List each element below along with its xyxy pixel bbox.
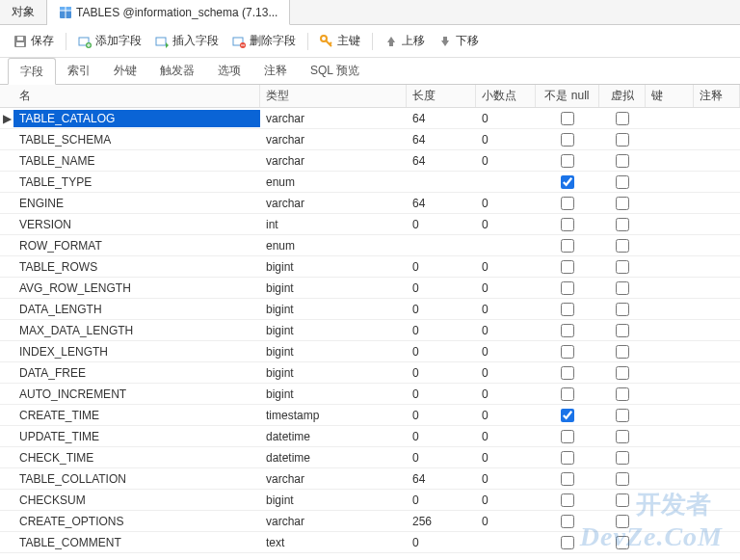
table-row[interactable]: CHECKSUMbigint00 (0, 490, 740, 511)
field-decimals-cell[interactable]: 0 (476, 110, 536, 127)
virtual-checkbox[interactable] (616, 515, 629, 528)
field-name-cell[interactable]: TABLE_COLLATION (13, 470, 260, 488)
field-key-cell[interactable] (646, 498, 694, 502)
virtual-checkbox[interactable] (616, 493, 629, 507)
field-length-cell[interactable]: 0 (407, 492, 476, 509)
table-row[interactable]: TABLE_COLLATIONvarchar640 (0, 468, 740, 490)
field-decimals-cell[interactable] (476, 180, 536, 184)
field-comment-cell[interactable] (694, 159, 740, 163)
field-length-cell[interactable]: 0 (407, 258, 476, 276)
sub-tab-foreign-keys[interactable]: 外键 (102, 58, 148, 84)
field-decimals-cell[interactable]: 0 (476, 152, 536, 170)
field-comment-cell[interactable] (694, 329, 740, 333)
table-row[interactable]: CHECK_TIMEdatetime00 (0, 447, 740, 468)
not-null-checkbox[interactable] (561, 175, 574, 189)
field-key-cell[interactable] (646, 159, 694, 163)
field-name-cell[interactable]: TABLE_SCHEMA (13, 131, 260, 148)
field-length-cell[interactable]: 0 (407, 428, 476, 445)
virtual-checkbox[interactable] (616, 239, 629, 253)
virtual-checkbox[interactable] (616, 536, 629, 549)
sub-tab-comments[interactable]: 注释 (252, 58, 299, 84)
field-decimals-cell[interactable]: 0 (476, 258, 536, 276)
field-type-cell[interactable]: bigint (260, 301, 407, 318)
field-type-cell[interactable]: varchar (260, 152, 407, 170)
field-key-cell[interactable] (646, 435, 694, 439)
table-row[interactable]: TABLE_ROWSbigint00 (0, 256, 740, 278)
table-row[interactable]: INDEX_LENGTHbigint00 (0, 341, 740, 362)
field-length-cell[interactable]: 0 (407, 280, 476, 297)
header-decimals[interactable]: 小数点 (476, 85, 536, 107)
field-type-cell[interactable]: text (260, 534, 407, 551)
field-key-cell[interactable] (646, 350, 694, 354)
field-comment-cell[interactable] (694, 244, 740, 248)
field-comment-cell[interactable] (694, 413, 740, 417)
field-comment-cell[interactable] (694, 180, 740, 184)
field-type-cell[interactable]: timestamp (260, 407, 407, 424)
field-type-cell[interactable]: enum (260, 173, 407, 191)
table-row[interactable]: TABLE_SCHEMAvarchar640 (0, 129, 740, 150)
virtual-checkbox[interactable] (616, 387, 629, 401)
field-type-cell[interactable]: varchar (260, 195, 407, 212)
virtual-checkbox[interactable] (616, 345, 629, 359)
save-button[interactable]: 保存 (8, 30, 60, 52)
field-length-cell[interactable] (407, 180, 476, 184)
table-row[interactable]: TABLE_TYPEenum (0, 172, 740, 193)
field-name-cell[interactable]: CREATE_OPTIONS (13, 513, 260, 530)
field-length-cell[interactable]: 64 (407, 195, 476, 212)
field-key-cell[interactable] (646, 392, 694, 396)
field-name-cell[interactable]: DATA_LENGTH (13, 301, 260, 318)
field-comment-cell[interactable] (694, 541, 740, 545)
field-type-cell[interactable]: varchar (260, 470, 407, 488)
field-decimals-cell[interactable]: 0 (476, 407, 536, 424)
field-decimals-cell[interactable]: 0 (476, 322, 536, 339)
field-decimals-cell[interactable]: 0 (476, 470, 536, 488)
not-null-checkbox[interactable] (561, 536, 574, 549)
field-comment-cell[interactable] (694, 117, 740, 120)
field-name-cell[interactable]: MAX_DATA_LENGTH (13, 322, 260, 339)
field-type-cell[interactable]: datetime (260, 449, 407, 467)
table-row[interactable]: CREATE_OPTIONSvarchar2560 (0, 511, 740, 532)
field-key-cell[interactable] (646, 244, 694, 248)
virtual-checkbox[interactable] (616, 112, 629, 125)
table-row[interactable]: TABLE_NAMEvarchar640 (0, 150, 740, 172)
header-virtual[interactable]: 虚拟 (599, 85, 646, 107)
not-null-checkbox[interactable] (561, 133, 574, 147)
field-decimals-cell[interactable]: 0 (476, 364, 536, 382)
field-comment-cell[interactable] (694, 520, 740, 523)
virtual-checkbox[interactable] (616, 451, 629, 465)
header-comment[interactable]: 注释 (694, 85, 740, 107)
field-length-cell[interactable]: 0 (407, 407, 476, 424)
table-row[interactable]: MAX_DATA_LENGTHbigint00 (0, 320, 740, 341)
field-name-cell[interactable]: AUTO_INCREMENT (13, 386, 260, 403)
not-null-checkbox[interactable] (561, 493, 574, 507)
sub-tab-fields[interactable]: 字段 (8, 58, 56, 85)
not-null-checkbox[interactable] (561, 409, 574, 422)
sub-tab-indexes[interactable]: 索引 (56, 58, 102, 84)
field-name-cell[interactable]: AVG_ROW_LENGTH (13, 280, 260, 297)
field-type-cell[interactable]: bigint (260, 322, 407, 339)
move-down-button[interactable]: 下移 (433, 30, 485, 52)
field-comment-cell[interactable] (694, 201, 740, 205)
field-length-cell[interactable]: 64 (407, 470, 476, 488)
field-decimals-cell[interactable]: 0 (476, 449, 536, 467)
field-comment-cell[interactable] (694, 435, 740, 439)
virtual-checkbox[interactable] (616, 260, 629, 274)
table-row[interactable]: ENGINEvarchar640 (0, 193, 740, 214)
header-key[interactable]: 键 (646, 85, 694, 107)
field-type-cell[interactable]: varchar (260, 110, 407, 127)
field-name-cell[interactable]: ENGINE (13, 195, 260, 212)
virtual-checkbox[interactable] (616, 281, 629, 295)
field-decimals-cell[interactable] (476, 541, 536, 545)
not-null-checkbox[interactable] (561, 218, 574, 231)
field-decimals-cell[interactable]: 0 (476, 195, 536, 212)
field-name-cell[interactable]: TABLE_COMMENT (13, 534, 260, 551)
field-length-cell[interactable]: 0 (407, 343, 476, 360)
virtual-checkbox[interactable] (616, 133, 629, 147)
header-length[interactable]: 长度 (407, 85, 476, 107)
field-key-cell[interactable] (646, 223, 694, 227)
tab-tables[interactable]: TABLES @information_schema (7.13... (47, 0, 290, 25)
field-type-cell[interactable]: varchar (260, 513, 407, 530)
field-type-cell[interactable]: int (260, 216, 407, 233)
field-name-cell[interactable]: ROW_FORMAT (13, 237, 260, 254)
not-null-checkbox[interactable] (561, 345, 574, 359)
